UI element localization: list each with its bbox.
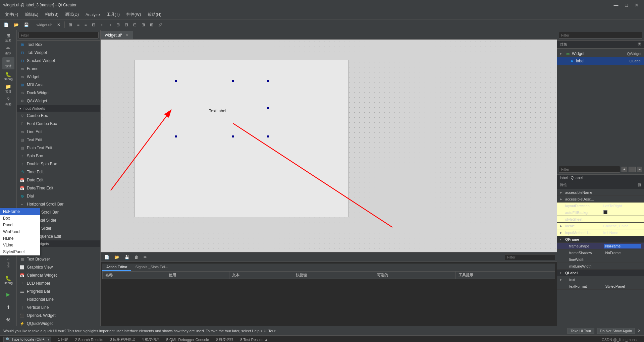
- autofill-checkbox[interactable]: [603, 210, 607, 214]
- text-label[interactable]: TextLabel: [209, 109, 226, 113]
- props-filter-input[interactable]: [559, 166, 620, 173]
- tb-open[interactable]: 📂: [12, 21, 21, 28]
- menu-help[interactable]: 帮助(H): [144, 10, 165, 19]
- tb-btn7[interactable]: ⊞: [114, 21, 122, 28]
- prop-autofill[interactable]: autoFillBackgr...: [557, 209, 644, 216]
- widget-item-spinbox[interactable]: ↕ Spin Box: [17, 152, 100, 160]
- tb-btn6[interactable]: ↕: [107, 21, 113, 28]
- prop-text[interactable]: ▶ text: [557, 276, 644, 283]
- status-qml[interactable]: 5 QML Debugger Console: [166, 338, 209, 342]
- status-problems[interactable]: 1 问题: [58, 337, 68, 342]
- sidebar-debug[interactable]: 🐛 Debug: [2, 70, 14, 82]
- maximize-button[interactable]: □: [623, 2, 630, 8]
- do-not-show-button[interactable]: Do Not Show Again: [597, 328, 635, 334]
- widget-item-toolbox[interactable]: ⊞ Tool Box: [17, 41, 100, 49]
- widget-item-plaintextedit[interactable]: ▤ Plain Text Edit: [17, 144, 100, 152]
- widget-item-frame[interactable]: ▭ Frame: [17, 65, 100, 73]
- prop-stylesheet[interactable]: styleSheet: [557, 216, 644, 223]
- action-new[interactable]: 📄: [102, 253, 111, 261]
- menu-build[interactable]: 构建(B): [42, 10, 62, 19]
- prop-section-qlabel[interactable]: ▾ QLabel: [557, 270, 644, 276]
- section-input-widgets[interactable]: Input Widgets: [17, 105, 100, 112]
- prop-midline-width[interactable]: midLineWidth: [557, 263, 644, 270]
- widget-item-doublespinbox[interactable]: ↕ Double Spin Box: [17, 160, 100, 168]
- status-tests[interactable]: 8 Test Results ▲: [240, 338, 268, 342]
- tb-save[interactable]: 💾: [22, 21, 31, 28]
- widget-item-hscrollbar[interactable]: ↔ Horizontal Scroll Bar: [17, 200, 100, 208]
- widget-item-stacked[interactable]: ⊟ Stacked Widget: [17, 57, 100, 65]
- action-filter-input[interactable]: [505, 254, 555, 260]
- widget-item-tabwidget[interactable]: ⊟ Tab Widget: [17, 49, 100, 57]
- sidebar-build[interactable]: ⚒: [2, 314, 14, 326]
- widget-item-lineedit[interactable]: ▭ Line Edit: [17, 128, 100, 136]
- menu-debug[interactable]: 调试(D): [62, 10, 82, 19]
- menu-tools[interactable]: 工具(T): [103, 10, 123, 19]
- tb-btn9[interactable]: ⊟: [131, 21, 139, 28]
- status-summary[interactable]: 4 概要信息: [142, 337, 160, 342]
- widget-item-textbrowser[interactable]: ▤ Text Browser: [17, 255, 100, 263]
- status-output[interactable]: 3 应用程序输出: [110, 337, 135, 342]
- sidebar-help[interactable]: ? 帮助: [2, 96, 14, 108]
- widget-item-dockwidget[interactable]: ▭ Dock Widget: [17, 89, 100, 97]
- tb-btn1[interactable]: ⊞: [67, 21, 74, 28]
- widget-item-openglwidget[interactable]: ⬛ OpenGL Widget: [17, 311, 100, 320]
- widget-item-vline[interactable]: | Vertical Line: [17, 303, 100, 311]
- widget-item-fontcombobox[interactable]: F Font Combo Box: [17, 120, 100, 128]
- prop-accessible-desc[interactable]: ▶ accessibleDesc...: [557, 196, 644, 203]
- tab-close-icon[interactable]: ✕: [125, 33, 129, 38]
- canvas-area[interactable]: TextLabel: [101, 40, 557, 252]
- widget-item-hline[interactable]: — Horizontal Line: [17, 295, 100, 303]
- widget-item-qaxwidget[interactable]: ⚙ QAxWidget: [17, 97, 100, 105]
- tb-new[interactable]: 📄: [2, 21, 11, 28]
- take-tour-button[interactable]: Take UI Tour: [568, 328, 594, 334]
- sidebar-design[interactable]: ✏ 设计: [2, 57, 14, 69]
- prop-text-format[interactable]: textFormat StyledPanel: [557, 283, 644, 290]
- menu-edit[interactable]: 编辑(E): [21, 10, 42, 19]
- tb-close-file[interactable]: ✕: [55, 21, 62, 28]
- widget-item-timeedit[interactable]: ⏱ Time Edit: [17, 168, 100, 176]
- prop-line-width[interactable]: lineWidth: [557, 256, 644, 263]
- prop-locale[interactable]: ▶ locale Chinese, China: [557, 223, 644, 229]
- prop-section-qframe[interactable]: ▾ QFrame: [557, 236, 644, 243]
- tab-widget-ui[interactable]: widget.ui* ✕: [101, 31, 133, 39]
- action-save[interactable]: 💾: [122, 253, 131, 261]
- sidebar-edit[interactable]: ✏ 编辑: [2, 45, 14, 57]
- right-filter-input[interactable]: [559, 32, 642, 39]
- tb-btn11[interactable]: ⊞: [148, 21, 155, 28]
- prop-frame-shape[interactable]: frameShape NoFrame: [557, 243, 644, 249]
- widget-item-progressbar[interactable]: ▬ Progress Bar: [17, 287, 100, 295]
- tb-btn10[interactable]: ⊞: [140, 21, 147, 28]
- widget-item-calendarwidget[interactable]: 📅 Calendar Widget: [17, 271, 100, 279]
- widget-item-mdiarea[interactable]: ⊞ MDI Area: [17, 81, 100, 89]
- menu-file[interactable]: 文件(F): [2, 10, 21, 19]
- status-summary2[interactable]: 6 概要信息: [216, 337, 233, 342]
- obj-row-label[interactable]: A label QLabel: [557, 57, 644, 65]
- status-locate[interactable]: 🔍 Type to locate (Ctrl+...): [3, 337, 51, 342]
- widget-item-dateedit[interactable]: 📅 Date Edit: [17, 176, 100, 184]
- props-options-btn[interactable]: ≡: [637, 167, 642, 172]
- action-delete[interactable]: 🗑: [132, 253, 141, 261]
- widget-item-lcdnumber[interactable]: 7 LCD Number: [17, 279, 100, 287]
- widget-item-dial[interactable]: ⊙ Dial: [17, 192, 100, 200]
- sidebar-deploy[interactable]: ⬆: [2, 301, 14, 313]
- widget-item-combobox[interactable]: ▽ Combo Box: [17, 112, 100, 120]
- prop-input-method[interactable]: ▶ inputMethodH... ImhNone: [557, 229, 644, 236]
- menu-analyze[interactable]: Analyze: [82, 11, 103, 18]
- tb-btn3[interactable]: ≡: [83, 21, 89, 28]
- action-edit[interactable]: ✏: [142, 253, 149, 261]
- tab-signals-slots[interactable]: Signals _Slots Edi···: [131, 264, 172, 271]
- widget-item-textedit[interactable]: ▤ Text Edit: [17, 136, 100, 144]
- sidebar-run[interactable]: ▶: [2, 288, 14, 300]
- tb-btn2[interactable]: ≡: [75, 21, 82, 28]
- obj-row-widget[interactable]: ▾ ▭ Widget QWidget: [557, 50, 644, 57]
- sidebar-project[interactable]: 📁 项目: [2, 83, 14, 95]
- tb-btn4[interactable]: ⊟: [90, 21, 97, 28]
- status-search[interactable]: 2 Search Results: [75, 338, 103, 342]
- canvas-widget[interactable]: TextLabel: [134, 60, 349, 217]
- minimize-button[interactable]: —: [612, 2, 621, 8]
- props-remove-btn[interactable]: —: [629, 167, 636, 172]
- widget-item-qquickwidget[interactable]: ⚡ QQuickWidget: [17, 320, 100, 326]
- prop-layout-direction[interactable]: layoutDirection LeftToRight: [557, 203, 644, 209]
- close-button[interactable]: ✕: [633, 2, 641, 8]
- widget-search-input[interactable]: [18, 32, 99, 39]
